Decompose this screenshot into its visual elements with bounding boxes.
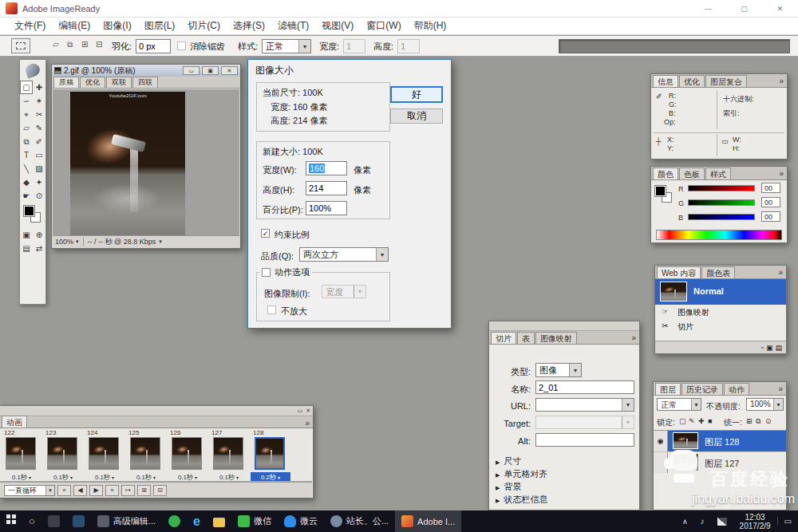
delete-state-icon[interactable] bbox=[775, 344, 782, 352]
tool-shape[interactable]: ▭ bbox=[33, 148, 45, 162]
opacity-dropdown[interactable]: 100% bbox=[746, 398, 784, 411]
section-dimensions[interactable]: 尺寸 bbox=[496, 455, 521, 467]
section-background[interactable]: 背景 bbox=[496, 481, 521, 493]
doc-minimize-icon[interactable] bbox=[183, 66, 200, 75]
antialias-checkbox[interactable] bbox=[177, 41, 186, 50]
tab-imagemap[interactable]: 图像映射 bbox=[535, 332, 577, 344]
feather-input[interactable] bbox=[136, 39, 171, 53]
selection-subtract-icon[interactable] bbox=[81, 40, 88, 49]
tool-eyedropper[interactable]: ✦ bbox=[33, 175, 45, 189]
visibility-eye-icon[interactable] bbox=[658, 437, 664, 445]
unify-position-icon[interactable] bbox=[746, 417, 753, 425]
animation-titlebar[interactable] bbox=[0, 406, 313, 416]
pinned-app-1[interactable] bbox=[41, 510, 66, 532]
taskbar-app-edge[interactable]: e bbox=[187, 510, 207, 532]
tool-gradient[interactable]: ▨ bbox=[33, 162, 45, 175]
blue-slider[interactable] bbox=[688, 214, 755, 220]
zoom-level[interactable]: 100% bbox=[53, 238, 76, 246]
next-frame-button[interactable] bbox=[105, 485, 119, 496]
lock-all-icon[interactable] bbox=[708, 417, 712, 425]
no-enlarge-checkbox[interactable] bbox=[267, 305, 276, 314]
tab-2up[interactable]: 双联 bbox=[106, 77, 132, 88]
play-button[interactable] bbox=[89, 485, 103, 496]
blend-mode-dropdown[interactable]: 正常 bbox=[657, 398, 701, 411]
menu-window[interactable]: 窗口(W) bbox=[360, 19, 407, 33]
unify-style-icon[interactable] bbox=[765, 417, 772, 425]
frame-124[interactable]: 1240.1秒 bbox=[85, 428, 124, 482]
taskbar-app-zhanzhang[interactable]: 站长、公... bbox=[324, 510, 395, 532]
tab-swatches[interactable]: 色板 bbox=[679, 167, 705, 179]
duration-dropdown-icon[interactable] bbox=[236, 475, 239, 480]
lock-image-icon[interactable] bbox=[689, 417, 695, 425]
delete-frame-button[interactable] bbox=[153, 485, 167, 496]
menu-layer[interactable]: 图层(L) bbox=[138, 19, 182, 33]
tool-paintbrush[interactable]: ✐ bbox=[33, 135, 45, 148]
tab-4up[interactable]: 四联 bbox=[132, 77, 158, 88]
blue-value[interactable]: 00 bbox=[761, 211, 780, 222]
taskbar-app-explorer[interactable] bbox=[207, 510, 231, 532]
duration-dropdown-icon[interactable] bbox=[70, 475, 73, 480]
slice-target-combo[interactable] bbox=[535, 416, 634, 429]
tray-volume[interactable] bbox=[694, 517, 711, 526]
tab-actions[interactable]: 动作 bbox=[724, 383, 749, 395]
action-center-button[interactable] bbox=[777, 517, 798, 526]
frame-126[interactable]: 1260.1秒 bbox=[168, 428, 207, 482]
tool-crop[interactable]: ⌖ bbox=[20, 108, 33, 121]
tool-hand[interactable]: ☛ bbox=[20, 189, 33, 203]
tab-layer-comps[interactable]: 图层复合 bbox=[705, 75, 747, 87]
action-option-checkbox[interactable] bbox=[262, 268, 271, 277]
new-frame-button[interactable] bbox=[137, 485, 151, 496]
first-frame-button[interactable] bbox=[57, 485, 71, 496]
document-titlebar[interactable]: 2.gif @ 100% (原稿) bbox=[52, 65, 240, 77]
menu-file[interactable]: 文件(F) bbox=[8, 19, 52, 33]
close-icon[interactable] bbox=[762, 0, 798, 18]
new-rollover-icon[interactable] bbox=[766, 344, 773, 352]
rollover-state-row[interactable]: Normal bbox=[655, 279, 786, 305]
menu-slice[interactable]: 切片(C) bbox=[181, 19, 227, 33]
frame-123[interactable]: 1230.1秒 bbox=[43, 428, 83, 482]
loop-dropdown[interactable]: 一直循环 bbox=[4, 485, 55, 496]
tab-web-content[interactable]: Web 内容 bbox=[657, 266, 701, 278]
green-value[interactable]: 00 bbox=[761, 197, 780, 207]
taskbar-app-advanced-editor[interactable]: 高级编辑... bbox=[91, 510, 162, 532]
menu-edit[interactable]: 编辑(E) bbox=[52, 19, 97, 33]
tool-pencil[interactable]: ✎ bbox=[33, 121, 45, 135]
fg-swatch[interactable] bbox=[655, 186, 666, 196]
red-slider[interactable] bbox=[688, 185, 755, 191]
selection-new-icon[interactable] bbox=[53, 40, 59, 49]
menu-select[interactable]: 选择(S) bbox=[227, 19, 271, 33]
tab-history[interactable]: 历史记录 bbox=[681, 383, 723, 395]
tool-lasso[interactable]: ∽ bbox=[20, 94, 33, 108]
minimize-icon[interactable] bbox=[690, 0, 726, 18]
slices-row[interactable]: 切片 bbox=[655, 319, 786, 333]
constrain-checkbox[interactable] bbox=[261, 229, 270, 238]
palette-menu-icon[interactable] bbox=[778, 268, 783, 277]
screen-mode-icon[interactable]: ▣ bbox=[20, 228, 33, 242]
frame-125[interactable]: 1250.1秒 bbox=[126, 428, 166, 482]
percent-input[interactable] bbox=[306, 201, 347, 215]
new-state-icon[interactable] bbox=[761, 344, 764, 352]
slice-type-dropdown[interactable]: 图像 bbox=[535, 363, 582, 377]
slice-name-input[interactable] bbox=[535, 380, 634, 394]
tool-move[interactable]: ✚ bbox=[33, 81, 45, 94]
section-status-bar[interactable]: 状态栏信息 bbox=[496, 494, 547, 506]
tool-clone-stamp[interactable]: ⧉ bbox=[20, 135, 33, 148]
tab-info[interactable]: 信息 bbox=[653, 75, 678, 87]
unify-visibility-icon[interactable] bbox=[756, 417, 760, 426]
tab-animation[interactable]: 动画 bbox=[2, 416, 27, 428]
toggle-slices-visibility-icon[interactable]: ▤ bbox=[20, 242, 33, 255]
ok-button[interactable]: 好 bbox=[390, 86, 443, 103]
color-spectrum-ramp[interactable] bbox=[656, 230, 782, 240]
maximize-icon[interactable] bbox=[726, 0, 762, 18]
tween-button[interactable] bbox=[121, 485, 135, 496]
slice-alt-input[interactable] bbox=[535, 433, 634, 447]
tab-slice[interactable]: 切片 bbox=[491, 332, 516, 344]
doc-maximize-icon[interactable] bbox=[202, 66, 219, 75]
doc-close-icon[interactable] bbox=[221, 66, 238, 75]
taskbar-app-weiyun[interactable]: 微云 bbox=[278, 510, 324, 532]
imagemap-row[interactable]: 图像映射 bbox=[655, 305, 786, 319]
tray-show-hidden-icons[interactable] bbox=[676, 518, 694, 526]
tab-optimize[interactable]: 优化 bbox=[679, 75, 705, 87]
red-value[interactable]: 00 bbox=[761, 183, 780, 193]
menu-image[interactable]: 图像(I) bbox=[97, 19, 137, 33]
